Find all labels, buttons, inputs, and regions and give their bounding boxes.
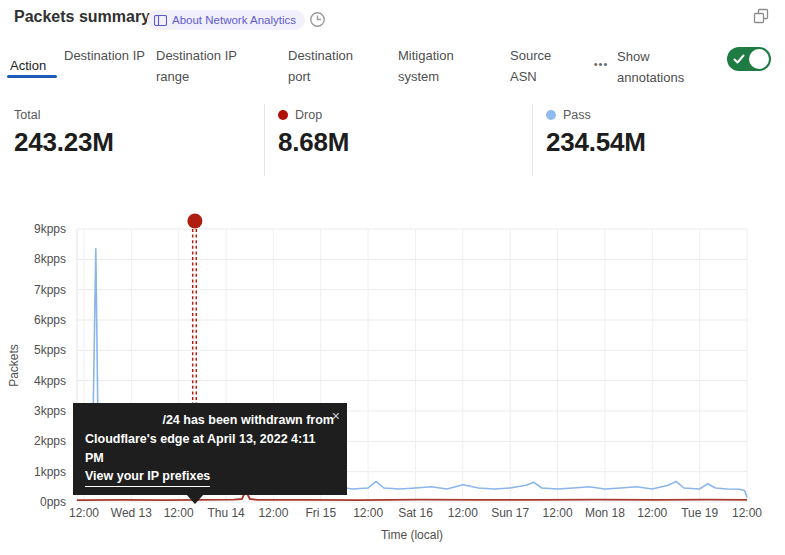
close-icon[interactable]: × xyxy=(332,406,340,427)
x-tick-label: Sat 16 xyxy=(398,506,433,520)
x-tick-label: 12:00 xyxy=(258,506,288,520)
x-tick-label: Tue 19 xyxy=(681,506,718,520)
x-tick-label: Mon 18 xyxy=(585,506,625,520)
y-tick-label: 0pps xyxy=(40,495,66,509)
annotation-dot xyxy=(187,214,202,229)
y-tick-label: 7kpps xyxy=(34,283,66,297)
y-axis-title: Packets xyxy=(7,344,21,387)
y-tick-label: 1kpps xyxy=(34,465,66,479)
tooltip-line2: Cloudflare's edge at April 13, 2022 4:11… xyxy=(85,430,335,468)
x-tick-label: 12:00 xyxy=(637,506,667,520)
x-tick-label: 12:00 xyxy=(353,506,383,520)
x-tick-label: Sun 17 xyxy=(491,506,529,520)
x-tick-label: Thu 14 xyxy=(207,506,245,520)
y-tick-label: 3kpps xyxy=(34,404,66,418)
x-tick-label: 12:00 xyxy=(732,506,762,520)
y-tick-label: 6kpps xyxy=(34,313,66,327)
x-tick-label: Fri 15 xyxy=(305,506,336,520)
y-tick-label: 2kpps xyxy=(34,434,66,448)
x-tick-label: 12:00 xyxy=(69,506,99,520)
x-axis-title: Time (local) xyxy=(381,528,443,542)
tooltip-line1: /24 has been withdrawn from xyxy=(85,411,335,430)
y-tick-label: 4kpps xyxy=(34,374,66,388)
x-tick-label: 12:00 xyxy=(448,506,478,520)
x-tick-label: Wed 13 xyxy=(111,506,152,520)
view-ip-prefixes-link[interactable]: View your IP prefixes xyxy=(85,467,210,487)
y-tick-label: 5kpps xyxy=(34,343,66,357)
annotation-tooltip: × /24 has been withdrawn from Cloudflare… xyxy=(73,403,347,495)
x-tick-label: 12:00 xyxy=(543,506,573,520)
x-tick-label: 12:00 xyxy=(164,506,194,520)
y-tick-label: 9kpps xyxy=(34,222,66,236)
y-tick-label: 8kpps xyxy=(34,252,66,266)
